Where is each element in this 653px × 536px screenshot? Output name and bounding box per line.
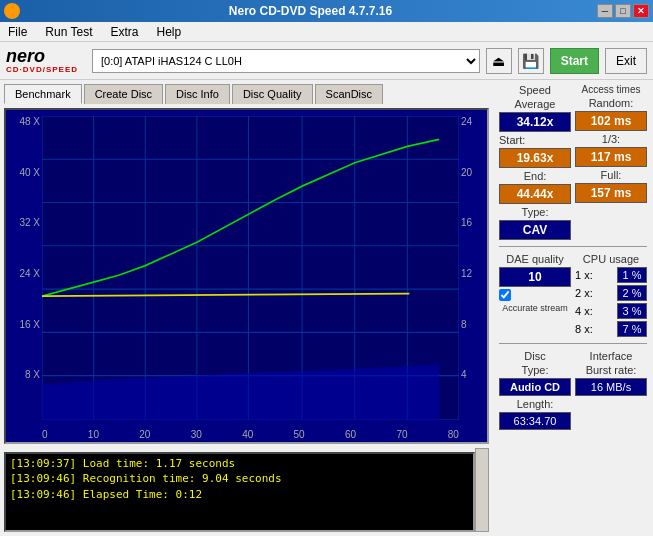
start-button[interactable]: Start xyxy=(550,48,599,74)
window-title: Nero CD-DVD Speed 4.7.7.16 xyxy=(24,4,597,18)
cpu-row-0: 1 x: 1 % xyxy=(575,267,647,283)
average-label: Average xyxy=(499,98,571,110)
type-value: CAV xyxy=(499,220,571,240)
toolbar: nero CD·DVD/SPEED [0:0] ATAPI iHAS124 C … xyxy=(0,42,653,80)
tab-create-disc[interactable]: Create Disc xyxy=(84,84,163,104)
x-axis: 0 10 20 30 40 50 60 70 80 xyxy=(42,429,459,440)
divider-1 xyxy=(499,246,647,247)
random-value: 102 ms xyxy=(575,111,647,131)
accurate-stream-label: Accurate stream xyxy=(499,303,571,313)
full-label: Full: xyxy=(575,169,647,181)
drive-select[interactable]: [0:0] ATAPI iHAS124 C LL0H xyxy=(92,49,480,73)
log-entry-1: [13:09:46] Recognition time: 9.04 second… xyxy=(10,471,469,486)
chart-area: 48 X 40 X 32 X 24 X 16 X 8 X 24 20 16 12… xyxy=(4,108,489,444)
main-content: Benchmark Create Disc Disc Info Disc Qua… xyxy=(0,80,653,536)
end-value: 44.44x xyxy=(499,184,571,204)
cpu-row-1: 2 x: 2 % xyxy=(575,285,647,301)
access-label: Access times xyxy=(575,84,647,95)
dae-label: DAE quality xyxy=(499,253,571,265)
tab-benchmark[interactable]: Benchmark xyxy=(4,84,82,104)
cpu-2x-label: 2 x: xyxy=(575,287,593,299)
tab-scan-disc[interactable]: ScanDisc xyxy=(315,84,383,104)
menu-file[interactable]: File xyxy=(4,23,31,41)
start-value: 19.63x xyxy=(499,148,571,168)
left-panel: Benchmark Create Disc Disc Info Disc Qua… xyxy=(0,80,493,536)
window-icon xyxy=(4,3,20,19)
accurate-stream-row xyxy=(499,289,571,301)
cpu-row-3: 8 x: 7 % xyxy=(575,321,647,337)
type-label: Type: xyxy=(499,206,571,218)
tab-disc-info[interactable]: Disc Info xyxy=(165,84,230,104)
cpu-8x-label: 8 x: xyxy=(575,323,593,335)
cpu-8x-value: 7 % xyxy=(617,321,647,337)
save-button[interactable]: 💾 xyxy=(518,48,544,74)
cpu-row-2: 4 x: 3 % xyxy=(575,303,647,319)
cpu-1x-label: 1 x: xyxy=(575,269,593,281)
menu-run-test[interactable]: Run Test xyxy=(41,23,96,41)
interface-label: Interface xyxy=(575,350,647,362)
cpu-2x-value: 2 % xyxy=(617,285,647,301)
cpu-1x-value: 1 % xyxy=(617,267,647,283)
accurate-stream-checkbox[interactable] xyxy=(499,289,511,301)
tabs: Benchmark Create Disc Disc Info Disc Qua… xyxy=(4,84,489,104)
log-entry-2: [13:09:46] Elapsed Time: 0:12 xyxy=(10,487,469,502)
log-area: [13:09:37] Load time: 1.17 seconds [13:0… xyxy=(4,452,475,532)
average-value: 34.12x xyxy=(499,112,571,132)
menu-extra[interactable]: Extra xyxy=(106,23,142,41)
disc-length-label: Length: xyxy=(499,398,571,410)
one-third-label: 1/3: xyxy=(575,133,647,145)
y-axis-right: 24 20 16 12 8 4 xyxy=(459,116,487,420)
disc-label: Disc xyxy=(499,350,571,362)
divider-2 xyxy=(499,343,647,344)
y-axis-left: 48 X 40 X 32 X 24 X 16 X 8 X xyxy=(6,116,42,420)
dae-value: 10 xyxy=(499,267,571,287)
logo: nero CD·DVD/SPEED xyxy=(6,47,78,74)
log-entry-0: [13:09:37] Load time: 1.17 seconds xyxy=(10,456,469,471)
cpu-label: CPU usage xyxy=(575,253,647,265)
exit-button[interactable]: Exit xyxy=(605,48,647,74)
one-third-value: 117 ms xyxy=(575,147,647,167)
cpu-4x-label: 4 x: xyxy=(575,305,593,317)
title-bar: Nero CD-DVD Speed 4.7.7.16 ─ □ ✕ xyxy=(0,0,653,22)
speed-label: Speed xyxy=(499,84,571,96)
menu-bar: File Run Test Extra Help xyxy=(0,22,653,42)
disc-type-value: Audio CD xyxy=(499,378,571,396)
minimize-button[interactable]: ─ xyxy=(597,4,613,18)
chart-inner xyxy=(42,116,459,420)
close-button[interactable]: ✕ xyxy=(633,4,649,18)
eject-button[interactable]: ⏏ xyxy=(486,48,512,74)
chart-svg xyxy=(42,116,459,420)
maximize-button[interactable]: □ xyxy=(615,4,631,18)
disc-type-label: Type: xyxy=(499,364,571,376)
tab-disc-quality[interactable]: Disc Quality xyxy=(232,84,313,104)
menu-help[interactable]: Help xyxy=(153,23,186,41)
right-panel: Speed Average 34.12x Start: 19.63x End: … xyxy=(493,80,653,536)
start-label: Start: xyxy=(499,134,525,146)
cpu-4x-value: 3 % xyxy=(617,303,647,319)
end-label: End: xyxy=(499,170,571,182)
log-scrollbar[interactable] xyxy=(475,448,489,532)
burst-value: 16 MB/s xyxy=(575,378,647,396)
full-value: 157 ms xyxy=(575,183,647,203)
logo-sub: CD·DVD/SPEED xyxy=(6,65,78,74)
disc-length-value: 63:34.70 xyxy=(499,412,571,430)
random-label: Random: xyxy=(575,97,647,109)
logo-nero: nero xyxy=(6,47,78,65)
burst-label: Burst rate: xyxy=(575,364,647,376)
